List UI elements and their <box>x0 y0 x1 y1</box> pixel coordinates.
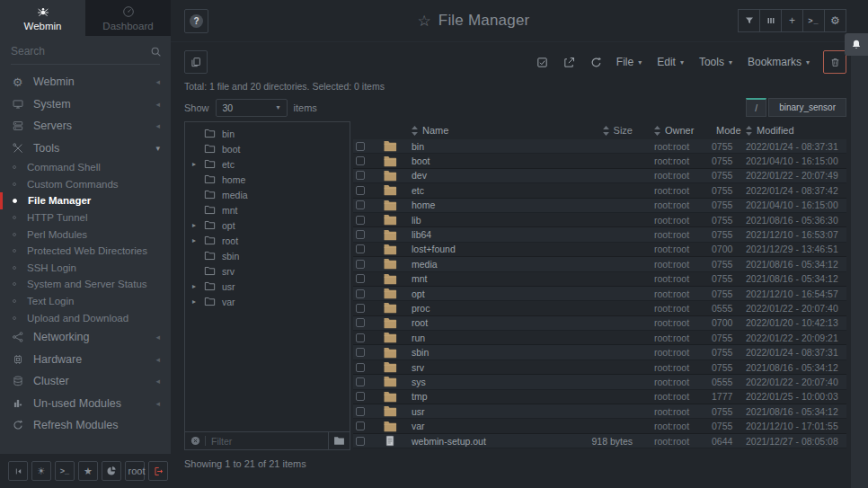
copy-path-button[interactable] <box>184 50 208 74</box>
tab-dashboard[interactable]: Dashboard <box>85 0 171 36</box>
row-checkbox[interactable] <box>356 171 365 180</box>
table-row-root[interactable]: rootroot:root07002022/01/20 - 10:42:13 <box>353 316 846 331</box>
add-button[interactable]: + <box>781 9 803 32</box>
columns-button[interactable] <box>759 9 782 32</box>
sidebar-item-protected-web-directories[interactable]: Protected Web Directories <box>0 243 171 260</box>
logout-button[interactable] <box>148 461 168 481</box>
table-row-proc[interactable]: procroot:root05552022/01/22 - 20:07:40 <box>353 301 846 315</box>
row-checkbox[interactable] <box>356 377 365 386</box>
sidebar-item-cluster[interactable]: Cluster◂ <box>0 370 171 393</box>
table-row-usr[interactable]: usrroot:root07552021/08/16 - 05:34:12 <box>353 404 846 419</box>
sidebar-item-hardware[interactable]: Hardware◂ <box>0 348 171 370</box>
trash-button[interactable] <box>823 50 846 74</box>
shell-button[interactable]: >_ <box>55 461 75 481</box>
language-button[interactable] <box>102 461 121 481</box>
tree-item-usr[interactable]: ▸usr <box>185 279 350 294</box>
expander-icon[interactable]: ▸ <box>192 282 204 290</box>
user-button[interactable]: root <box>125 461 145 481</box>
tree-item-var[interactable]: ▸var <box>185 294 350 309</box>
sidebar-item-webmin[interactable]: ⚙Webmin◂ <box>0 71 171 93</box>
select-all-button[interactable] <box>536 56 549 69</box>
sidebar-item-refresh-modules[interactable]: Refresh Modules <box>0 414 171 437</box>
refresh-button[interactable] <box>589 56 603 69</box>
theme-toggle-button[interactable]: ☀ <box>31 461 51 481</box>
clear-filter-icon[interactable] <box>190 436 200 446</box>
table-row-tmp[interactable]: tmproot:root17772022/01/25 - 10:00:03 <box>353 390 846 404</box>
table-row-dev[interactable]: devroot:root07552022/01/22 - 20:07:49 <box>353 169 846 183</box>
toolbar-menu-tools[interactable]: Tools▾ <box>699 56 732 68</box>
show-count-select[interactable]: 30 ▾ <box>216 99 288 117</box>
tree-item-sbin[interactable]: sbin <box>185 248 350 263</box>
row-checkbox[interactable] <box>356 216 365 225</box>
column-header-owner[interactable]: Owner <box>643 125 699 136</box>
search-input[interactable] <box>11 45 150 58</box>
row-checkbox[interactable] <box>356 421 365 430</box>
tree-item-bin[interactable]: bin <box>185 126 350 141</box>
breadcrumb-root[interactable]: / <box>746 98 766 117</box>
table-row-webmin-setup-out[interactable]: webmin-setup.out918 bytesroot:root064420… <box>353 434 846 448</box>
column-header-name[interactable]: Name <box>405 125 536 136</box>
table-row-var[interactable]: varroot:root07552021/12/10 - 17:01:55 <box>353 419 846 433</box>
row-checkbox[interactable] <box>356 200 365 209</box>
tree-filter-input[interactable] <box>211 436 328 447</box>
row-checkbox[interactable] <box>356 156 365 165</box>
column-header-modified[interactable]: Modified <box>740 125 846 136</box>
tree-folder-button[interactable] <box>328 432 350 449</box>
sidebar-item-file-manager[interactable]: File Manager <box>0 192 171 209</box>
sidebar-item-ssh-login[interactable]: SSH Login <box>0 260 171 277</box>
table-row-bin[interactable]: binroot:root07552022/01/24 - 08:37:31 <box>353 139 846 154</box>
tab-webmin[interactable]: Webmin <box>0 0 85 36</box>
sidebar-item-system[interactable]: System◂ <box>0 93 171 116</box>
row-checkbox[interactable] <box>356 244 365 253</box>
table-row-etc[interactable]: etcroot:root07552022/01/24 - 08:37:42 <box>353 183 846 198</box>
table-row-srv[interactable]: srvroot:root07552021/08/16 - 05:34:12 <box>353 360 846 375</box>
tree-item-mnt[interactable]: mnt <box>185 202 350 217</box>
expander-icon[interactable]: ▸ <box>192 236 204 244</box>
sidebar-item-tools[interactable]: Tools▾ <box>0 138 171 160</box>
notifications-toggle[interactable] <box>845 33 868 56</box>
table-row-lib[interactable]: libroot:root07552021/08/16 - 05:36:30 <box>353 213 846 227</box>
filter-results-button[interactable] <box>738 9 760 32</box>
favorites-button[interactable]: ★ <box>78 461 98 481</box>
column-header-mode[interactable]: Mode <box>699 125 740 136</box>
tree-item-opt[interactable]: ▸opt <box>185 217 350 233</box>
tree-item-boot[interactable]: boot <box>185 141 350 156</box>
row-checkbox[interactable] <box>356 230 365 239</box>
expander-icon[interactable]: ▸ <box>192 160 204 168</box>
sidebar-item-upload-and-download[interactable]: Upload and Download <box>0 309 171 326</box>
row-checkbox[interactable] <box>356 437 365 446</box>
export-button[interactable] <box>562 56 576 69</box>
row-checkbox[interactable] <box>356 333 365 342</box>
table-row-mnt[interactable]: mntroot:root07552021/08/16 - 05:34:12 <box>353 272 846 287</box>
sidebar-item-un-used-modules[interactable]: Un-used Modules◂ <box>0 392 171 414</box>
table-row-lib64[interactable]: lib64root:root07552021/12/10 - 16:53:07 <box>353 227 846 242</box>
column-header-size[interactable]: Size <box>536 125 643 136</box>
row-checkbox[interactable] <box>356 289 365 298</box>
row-checkbox[interactable] <box>356 348 365 357</box>
row-checkbox[interactable] <box>356 186 365 195</box>
sidebar-item-command-shell[interactable]: Command Shell <box>0 159 171 176</box>
sidebar-item-system-and-server-status[interactable]: System and Server Status <box>0 276 171 293</box>
sidebar-item-text-login[interactable]: Text Login <box>0 293 171 310</box>
row-checkbox[interactable] <box>356 363 365 372</box>
settings-button[interactable]: ⚙ <box>824 9 846 32</box>
table-row-sbin[interactable]: sbinroot:root07552022/01/24 - 08:37:31 <box>353 345 846 359</box>
tree-item-home[interactable]: home <box>185 172 350 187</box>
favorite-star-icon[interactable]: ☆ <box>418 12 431 31</box>
tree-item-srv[interactable]: srv <box>185 263 350 279</box>
toolbar-menu-edit[interactable]: Edit▾ <box>657 56 684 68</box>
table-row-media[interactable]: mediaroot:root07552021/08/16 - 05:34:12 <box>353 257 846 271</box>
table-row-home[interactable]: homeroot:root07552021/04/10 - 16:15:00 <box>353 199 846 213</box>
tree-item-etc[interactable]: ▸etc <box>185 156 350 172</box>
row-checkbox[interactable] <box>356 318 365 327</box>
expander-icon[interactable]: ▸ <box>192 297 204 306</box>
toolbar-menu-file[interactable]: File▾ <box>616 56 642 68</box>
row-checkbox[interactable] <box>356 407 365 416</box>
tree-item-root[interactable]: ▸root <box>185 233 350 248</box>
row-checkbox[interactable] <box>356 392 365 401</box>
table-row-run[interactable]: runroot:root07552022/01/22 - 20:09:21 <box>353 331 846 345</box>
collapse-sidebar-button[interactable] <box>8 461 28 481</box>
tree-item-media[interactable]: media <box>185 187 350 202</box>
table-row-lost-found[interactable]: lost+foundroot:root07002021/12/29 - 13:4… <box>353 243 846 257</box>
sidebar-item-servers[interactable]: Servers◂ <box>0 115 171 138</box>
